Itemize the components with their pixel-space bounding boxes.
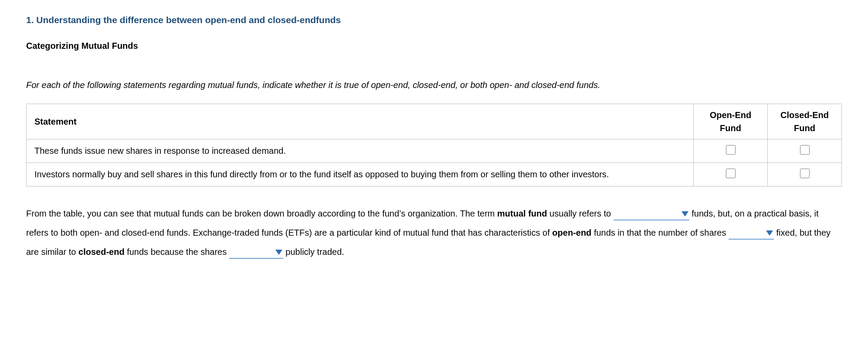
closed-end-checkbox[interactable]: [800, 145, 810, 155]
para-text: From the table, you can see that mutual …: [26, 209, 497, 218]
col-header-closed-end: Closed-End Fund: [768, 104, 842, 139]
table-row: Investors normally buy and sell shares i…: [27, 162, 842, 186]
col-header-open-end: Open-End Fund: [694, 104, 768, 139]
open-end-checkbox[interactable]: [726, 145, 736, 155]
bold-term: closed-end: [78, 247, 125, 257]
svg-marker-2: [275, 250, 282, 255]
section-subheading: Categorizing Mutual Funds: [26, 39, 842, 52]
fill-in-paragraph: From the table, you can see that mutual …: [26, 204, 842, 261]
chevron-down-icon: [766, 230, 773, 236]
col-header-statement: Statement: [27, 104, 694, 139]
statements-table: Statement Open-End Fund Closed-End Fund …: [26, 104, 842, 186]
bold-term: mutual fund: [497, 209, 547, 218]
svg-marker-1: [766, 230, 773, 236]
instruction-text: For each of the following statements reg…: [26, 78, 842, 91]
para-text: funds in that the number of shares: [591, 228, 729, 237]
chevron-down-icon: [275, 250, 282, 255]
bold-term: open-end: [552, 228, 591, 237]
dropdown-fund-type[interactable]: [614, 209, 689, 220]
dropdown-publicly-traded[interactable]: [229, 247, 283, 259]
para-text: funds because the shares: [125, 247, 229, 257]
open-end-checkbox[interactable]: [726, 169, 736, 178]
chevron-down-icon: [682, 211, 688, 217]
statement-cell: Investors normally buy and sell shares i…: [27, 162, 694, 186]
closed-end-checkbox[interactable]: [800, 169, 810, 178]
question-heading: 1. Understanding the difference between …: [26, 13, 842, 27]
table-row: These funds issue new shares in response…: [27, 139, 842, 162]
para-text: publicly traded.: [283, 247, 344, 257]
para-text: usually refers to: [547, 209, 613, 218]
svg-marker-0: [682, 211, 688, 217]
dropdown-shares-fixed[interactable]: [729, 228, 774, 240]
statement-cell: These funds issue new shares in response…: [27, 139, 694, 162]
